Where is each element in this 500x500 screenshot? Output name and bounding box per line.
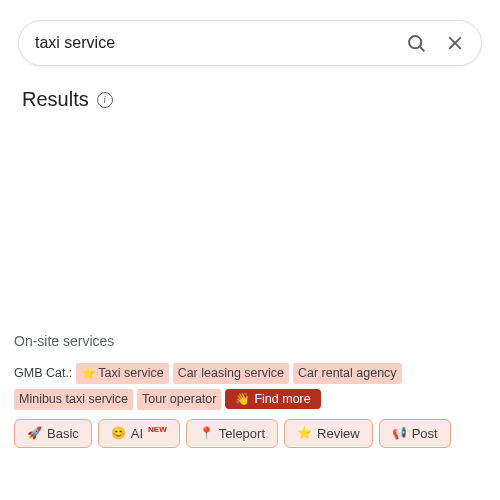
- find-more-button[interactable]: 👋 Find more: [225, 389, 320, 409]
- wave-icon: 👋: [235, 392, 250, 406]
- category-label: Taxi service: [98, 365, 163, 382]
- category-chip-primary[interactable]: ⭐ Taxi service: [76, 363, 168, 384]
- star-icon: ⭐: [81, 365, 96, 381]
- gmb-category-row-2: Minibus taxi service Tour operator 👋 Fin…: [14, 389, 486, 410]
- teleport-label: Teleport: [219, 426, 265, 441]
- post-button[interactable]: 📢 Post: [379, 419, 451, 448]
- post-label: Post: [412, 426, 438, 441]
- new-badge: NEW: [148, 425, 167, 434]
- svg-point-0: [409, 36, 421, 48]
- results-title: Results: [22, 88, 89, 111]
- ai-label: AI: [131, 426, 143, 441]
- find-more-label: Find more: [254, 392, 310, 406]
- category-chip[interactable]: Tour operator: [137, 389, 221, 410]
- gmb-prefix: GMB Cat.:: [14, 366, 72, 380]
- review-label: Review: [317, 426, 360, 441]
- teleport-button[interactable]: 📍 Teleport: [186, 419, 278, 448]
- review-button[interactable]: ⭐ Review: [284, 419, 373, 448]
- search-icon[interactable]: [406, 33, 427, 54]
- ai-button[interactable]: 😊 AI NEW: [98, 419, 180, 448]
- search-box: [18, 20, 482, 66]
- search-container: [0, 0, 500, 66]
- search-icons: [406, 33, 465, 54]
- bottom-section: On-site services GMB Cat.: ⭐ Taxi servic…: [14, 333, 486, 448]
- star-icon: ⭐: [297, 426, 312, 440]
- basic-label: Basic: [47, 426, 79, 441]
- category-chip[interactable]: Minibus taxi service: [14, 389, 133, 410]
- megaphone-icon: 📢: [392, 426, 407, 440]
- category-chip[interactable]: Car leasing service: [173, 363, 289, 384]
- basic-button[interactable]: 🚀 Basic: [14, 419, 92, 448]
- blush-icon: 😊: [111, 426, 126, 440]
- rocket-icon: 🚀: [27, 426, 42, 440]
- action-row: 🚀 Basic 😊 AI NEW 📍 Teleport ⭐ Review 📢 P…: [14, 419, 486, 448]
- gmb-category-row-1: GMB Cat.: ⭐ Taxi service Car leasing ser…: [14, 363, 486, 384]
- results-header: Results i: [0, 66, 500, 111]
- info-icon[interactable]: i: [97, 92, 113, 108]
- svg-line-1: [420, 47, 424, 51]
- category-chip[interactable]: Car rental agency: [293, 363, 402, 384]
- search-input[interactable]: [35, 34, 406, 52]
- onsite-services-label: On-site services: [14, 333, 486, 349]
- close-icon[interactable]: [445, 33, 465, 53]
- pin-icon: 📍: [199, 426, 214, 440]
